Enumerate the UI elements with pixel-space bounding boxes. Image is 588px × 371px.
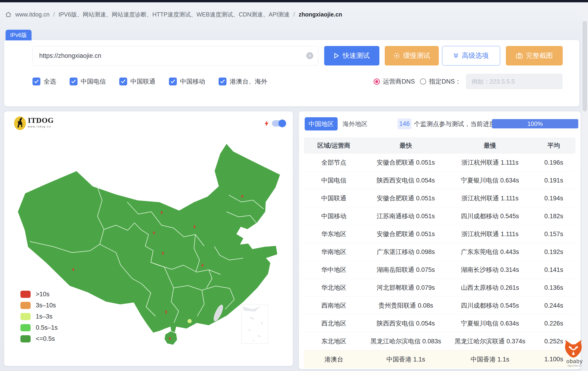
cell-fastest: 河北邯郸联通 0.079s <box>364 284 448 292</box>
cell-region: 华中地区 <box>304 265 364 274</box>
table-row: 港澳台 中国香港 1.1s 中国香港 1.1s 1.100s <box>304 350 576 368</box>
tab-overseas-region[interactable]: 海外地区 <box>341 117 369 130</box>
top-dark-bar <box>0 0 588 2</box>
radio-custom-dns[interactable]: 指定DNS： <box>420 77 461 86</box>
fox-logo-icon <box>563 339 586 359</box>
map-legend: >10s 3s–10s 1s–3s 0.5s–1s <=0.5s <box>21 291 58 342</box>
radio-operator-dns[interactable]: 运营商DNS <box>374 77 415 86</box>
ipv6-version-badge[interactable]: IPv6版 <box>6 30 32 40</box>
checkbox-china-unicom[interactable]: 中国联通 <box>119 77 156 86</box>
breadcrumb-current: zhongxiaojie.cn <box>299 11 342 18</box>
cell-fastest: 江苏南通移动 0.051s <box>364 212 448 220</box>
cell-fastest: 贵州贵阳联通 0.08s <box>364 301 448 310</box>
slow-test-button[interactable]: 缓慢测试 <box>385 46 439 65</box>
legend-item: 1s–3s <box>21 313 58 320</box>
cell-region: 港澳台 <box>304 355 364 364</box>
checkbox-checked-icon <box>119 77 127 85</box>
cell-average: 0.192s <box>532 248 576 256</box>
legend-item: 3s–10s <box>21 302 58 309</box>
cell-average: 0.196s <box>532 159 576 166</box>
table-row: 中国电信 陕西西安电信 0.054s 宁夏银川电信 0.634s 0.191s <box>304 171 576 190</box>
cell-slowest: 中国香港 1.1s <box>448 355 532 364</box>
results-table: 区域/运营商 最快 最慢 平均 全部节点 安徽合肥联通 0.051s 浙江杭州联… <box>304 138 576 368</box>
scrollbar-track[interactable] <box>581 2 588 371</box>
cell-average: 0.194s <box>532 195 576 202</box>
header-fastest: 最快 <box>364 141 448 150</box>
full-screenshot-button[interactable]: 完整截图 <box>506 46 563 65</box>
clear-input-icon[interactable]: ✕ <box>306 52 313 59</box>
dns-options-row: 运营商DNS 指定DNS： <box>374 73 562 90</box>
table-row: 华中地区 湖南岳阳联通 0.075s 湖南长沙移动 0.314s 0.141s <box>304 261 576 279</box>
cell-fastest: 湖南岳阳联通 0.075s <box>364 265 448 274</box>
table-row: 中国联通 安徽合肥联通 0.051s 浙江杭州联通 1.111s 0.194s <box>304 190 576 207</box>
quick-test-button[interactable]: 快速测试 <box>324 46 379 65</box>
breadcrumb-home-link[interactable]: www.itdog.cn <box>15 11 49 18</box>
cell-slowest: 黑龙江哈尔滨联通 0.374s <box>448 337 532 345</box>
cell-slowest: 宁夏银川电信 0.634s <box>448 319 532 328</box>
header-region: 区域/运营商 <box>304 141 364 150</box>
cell-region: 西北地区 <box>304 319 364 328</box>
table-row: 全部节点 安徽合肥联通 0.051s 浙江杭州联通 1.111s 0.196s <box>304 154 576 171</box>
cell-average: 0.244s <box>532 302 576 309</box>
legend-swatch <box>21 324 31 331</box>
checkbox-china-mobile[interactable]: 中国移动 <box>169 77 205 86</box>
watermark-name: obaby <box>563 358 586 364</box>
cell-average: 0.157s <box>532 231 576 238</box>
header-average: 平均 <box>532 141 576 150</box>
advanced-options-button[interactable]: 高级选项 <box>442 46 500 65</box>
cell-fastest: 陕西西安电信 0.054s <box>364 319 448 328</box>
carrier-checkbox-row: 全选 中国电信 中国联通 中国移动 港澳台、海外 <box>32 76 267 87</box>
cell-average: 0.226s <box>532 320 576 327</box>
radio-unselected-icon <box>420 78 426 85</box>
cell-region: 东北地区 <box>304 337 364 345</box>
checkbox-select-all[interactable]: 全选 <box>32 77 56 86</box>
table-body: 全部节点 安徽合肥联通 0.051s 浙江杭州联通 1.111s 0.196s … <box>304 154 576 368</box>
url-input[interactable] <box>32 46 318 65</box>
cell-slowest: 山西太原移动 0.261s <box>448 284 532 292</box>
scrollbar-thumb[interactable] <box>582 21 587 111</box>
legend-item: <=0.5s <box>21 335 58 342</box>
cell-fastest: 安徽合肥联通 0.051s <box>364 230 448 238</box>
progress-caption: 个监测点参与测试，当前进度： <box>414 118 502 129</box>
obaby-watermark: obaby https://oba.by <box>563 339 586 367</box>
cell-average: 0.136s <box>532 284 576 291</box>
table-row: 华南地区 广东湛江移动 0.098s 广东东莞电信 0.443s 0.192s <box>304 243 576 261</box>
cell-average: 0.191s <box>532 177 576 184</box>
progress-bar: 100% <box>492 119 578 128</box>
legend-item: 0.5s–1s <box>21 324 58 331</box>
cell-slowest: 四川成都移动 0.545s <box>448 301 532 310</box>
cell-region: 全部节点 <box>304 158 364 167</box>
watermark-url: https://oba.by <box>563 364 586 367</box>
camera-icon <box>516 53 523 59</box>
breadcrumb-path-link[interactable]: IPV6版、网站测速、网站速度诊断、HTTP速度测试、WEB速度测试、CDN测速… <box>58 11 290 18</box>
breadcrumb-separator: / <box>53 11 55 18</box>
cell-slowest: 宁夏银川电信 0.634s <box>448 176 532 185</box>
legend-item: >10s <box>21 291 58 298</box>
table-header-row: 区域/运营商 最快 最慢 平均 <box>304 138 576 154</box>
checkbox-checked-icon <box>219 77 226 85</box>
cell-slowest: 广东东莞电信 0.443s <box>448 248 532 256</box>
cell-fastest: 黑龙江哈尔滨电信 0.083s <box>364 337 448 345</box>
checkbox-china-telecom[interactable]: 中国电信 <box>70 77 106 86</box>
cell-region: 华东地区 <box>304 230 364 238</box>
cell-fastest: 中国香港 1.1s <box>364 355 448 364</box>
cell-fastest: 安徽合肥联通 0.051s <box>364 194 448 202</box>
cell-region: 中国联通 <box>304 194 364 202</box>
cell-fastest: 陕西西安电信 0.054s <box>364 176 448 185</box>
table-row: 西北地区 陕西西安电信 0.054s 宁夏银川电信 0.634s 0.226s <box>304 315 576 332</box>
cell-fastest: 安徽合肥联通 0.051s <box>364 158 448 167</box>
map-panel: ITDOG www.itdog.cn <box>4 111 293 366</box>
cell-slowest: 浙江杭州联通 1.111s <box>448 230 532 238</box>
cell-region: 华北地区 <box>304 284 364 292</box>
tab-china-region[interactable]: 中国地区 <box>305 117 338 130</box>
cell-slowest: 浙江杭州联通 1.111s <box>448 194 532 202</box>
radio-selected-icon <box>374 78 380 85</box>
cell-region: 中国电信 <box>304 176 364 185</box>
table-row: 东北地区 黑龙江哈尔滨电信 0.083s 黑龙江哈尔滨联通 0.374s 0.2… <box>304 332 576 350</box>
breadcrumb-separator: / <box>293 11 295 18</box>
checkbox-hmt-overseas[interactable]: 港澳台、海外 <box>219 77 267 86</box>
legend-swatch <box>21 313 31 320</box>
custom-dns-input[interactable] <box>466 74 562 89</box>
table-row: 中国移动 江苏南通移动 0.051s 四川成都移动 0.545s 0.182s <box>304 207 576 225</box>
breadcrumb: www.itdog.cn / IPV6版、网站测速、网站速度诊断、HTTP速度测… <box>5 10 342 19</box>
